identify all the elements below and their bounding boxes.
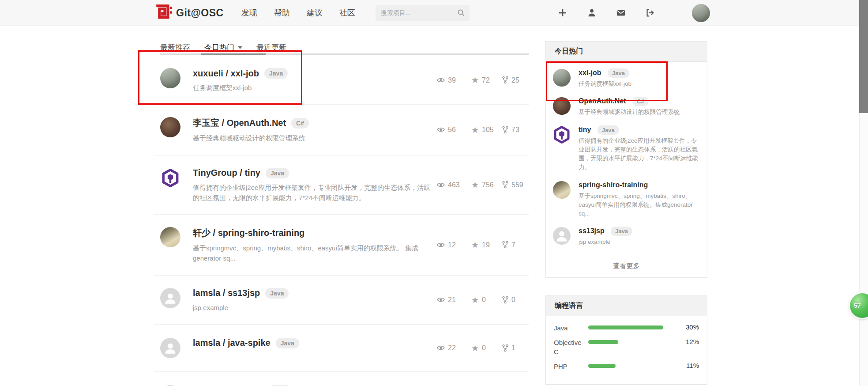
tab-2[interactable]: 最近更新 [256,42,286,53]
hot-project-item[interactable]: xxl-job Java 任务调度框架xxl-job [553,69,699,88]
fork-count: 25 [511,76,519,84]
project-name[interactable]: TinyGroup / tiny [193,168,260,178]
user-icon[interactable] [587,8,597,18]
tab-0[interactable]: 最新推荐 [160,42,190,53]
fork-icon [502,344,508,352]
project-avatar[interactable] [160,117,180,137]
watch-count: 463 [448,181,460,189]
fork-icon [502,181,508,189]
project-description: 基于经典领域驱动设计的权限管理系统 [193,133,309,143]
project-avatar[interactable] [160,288,180,308]
language-badge: C# [291,118,309,129]
watch-icon [437,242,445,248]
hot-today-panel: 今日热门 xxl-job Java 任务调度框架xxl-job OpenAuth… [545,41,707,278]
project-avatar[interactable] [160,68,180,88]
fork-count: 0 [511,296,515,304]
language-percent: 12% [679,338,699,345]
user-avatar[interactable] [692,4,710,22]
chevron-down-icon[interactable] [238,46,242,49]
language-bar [588,364,616,368]
hot-project-name[interactable]: tiny [579,126,591,133]
language-badge: Java [611,227,632,236]
language-bar-track [588,340,679,344]
language-name: PHP [554,362,588,371]
search-input[interactable] [381,9,456,16]
gitosc-logo-icon[interactable] [154,4,173,22]
project-row[interactable]: TinyGroup / tiny Java 值得拥有的企业级j2ee应用开发框架… [154,155,529,215]
watch-count: 22 [448,344,456,352]
watch-icon [437,182,445,188]
fork-count: 7 [511,241,515,249]
language-badge: Java [265,288,289,299]
fork-icon [502,241,508,249]
brand-title[interactable]: Git@OSC [176,7,224,19]
hot-project-description: jsp example [579,238,699,246]
project-avatar[interactable] [160,168,180,188]
view-more-link[interactable]: 查看更多 [546,258,707,277]
sign-out-icon[interactable] [645,8,655,18]
hot-project-item[interactable]: spring-shiro-training 基于springmvc、spring… [553,181,699,219]
hot-project-item[interactable]: ss13jsp Java jsp example [553,227,699,246]
hot-project-avatar[interactable] [553,97,571,115]
nav-link-3[interactable]: 社区 [339,8,355,18]
hot-project-description: 基于springmvc、spring、mybatis、shiro、easyui简… [579,192,699,219]
watch-count: 21 [448,296,456,304]
hot-project-avatar[interactable] [553,181,571,199]
scrollbar-thumb[interactable] [859,0,868,113]
default-avatar-icon [164,291,177,305]
plus-icon[interactable] [558,8,567,18]
fork-count: 1 [511,344,515,352]
project-row[interactable]: lamsla / ss13test Java 21 ★ 0 0 [154,372,529,386]
hot-project-name[interactable]: OpenAuth.Net [579,97,626,105]
nav-link-0[interactable]: 发现 [241,8,257,18]
hot-project-name[interactable]: xxl-job [579,69,601,76]
language-bar-track [588,325,679,329]
hot-project-description: 任务调度框架xxl-job [579,79,699,88]
hot-project-avatar[interactable] [553,69,571,87]
language-badge: Java [608,68,629,78]
hot-project-name[interactable]: spring-shiro-training [579,181,648,189]
page-scrollbar[interactable] [859,0,868,386]
watch-icon [437,345,445,351]
project-name[interactable]: lamsla / ss13jsp [193,288,260,298]
project-row[interactable]: 李玉宝 / OpenAuth.Net C# 基于经典领域驱动设计的权限管理系统 … [154,105,529,155]
hot-project-name[interactable]: ss13jsp [579,227,605,235]
star-count: 0 [482,344,486,352]
floating-widget-badge[interactable]: 57 [850,293,868,318]
hot-project-avatar[interactable] [553,126,571,144]
star-count: 72 [482,76,490,84]
project-stats: 39 ★ 72 25 [437,76,529,84]
hot-project-description: 值得拥有的企业级j2ee应用开发框架套件，专业团队开发，完整的生态体系，活跃的社… [579,136,699,172]
project-list-column: 最新推荐今日热门最近更新 xuxueli / xxl-job Java 任务调度… [154,26,529,386]
project-avatar[interactable] [160,338,180,358]
star-icon: ★ [471,181,479,189]
hot-today-title: 今日热门 [546,42,707,62]
project-row[interactable]: xuxueli / xxl-job Java 任务调度框架xxl-job 39 … [154,56,529,105]
mail-icon[interactable] [616,8,626,18]
project-avatar[interactable] [160,227,180,247]
project-name[interactable]: xuxueli / xxl-job [193,68,259,79]
project-name[interactable]: 李玉宝 / OpenAuth.Net [193,117,286,129]
languages-panel: 编程语言 Java 30% Objective-C 12% PHP 11% [545,295,707,385]
language-percent: 30% [679,323,699,331]
default-avatar-icon [555,229,568,242]
project-stats: 56 ★ 105 73 [437,125,529,134]
search-box [376,5,470,21]
project-row[interactable]: 轩少 / spring-shiro-training 基于springmvc、s… [154,215,529,276]
search-icon[interactable] [457,9,465,17]
nav-link-2[interactable]: 建议 [307,8,323,18]
hot-project-item[interactable]: OpenAuth.Net C# 基于经典领域驱动设计的权限管理系统 [553,97,699,117]
project-stats: 463 ★ 756 559 [437,181,529,189]
project-row[interactable]: lamsla / java-spike Java 22 ★ 0 1 [154,325,529,372]
language-badge: Java [264,68,288,79]
nav-link-1[interactable]: 帮助 [274,8,290,18]
language-bar [588,325,663,329]
hot-project-avatar[interactable] [553,227,571,245]
hot-project-item[interactable]: tiny Java 值得拥有的企业级j2ee应用开发框架套件，专业团队开发，完整… [553,126,699,172]
tab-1[interactable]: 今日热门 [204,42,242,53]
project-description: 基于springmvc、spring、mybatis、shiro、easyui简… [193,243,433,264]
project-row[interactable]: lamsla / ss13jsp Java jsp example 21 ★ 0… [154,276,529,325]
project-name[interactable]: lamsla / java-spike [193,338,271,348]
project-name[interactable]: 轩少 / spring-shiro-training [193,227,304,239]
language-percent: 11% [679,362,699,369]
